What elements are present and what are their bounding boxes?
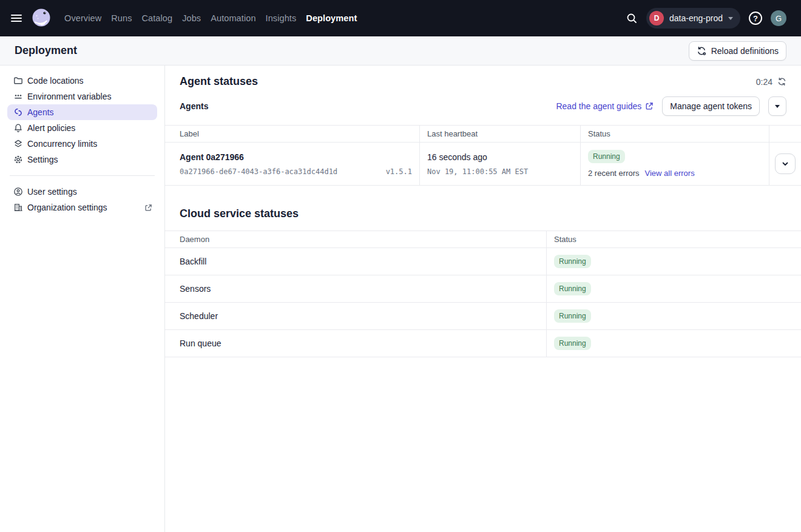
- page-title: Deployment: [15, 44, 77, 57]
- agent-expand-button[interactable]: [775, 153, 796, 174]
- daemon-name: Scheduler: [165, 303, 547, 330]
- agent-statuses-header: Agent statuses 0:24: [165, 66, 801, 88]
- read-agent-guides-link[interactable]: Read the agent guides: [556, 101, 654, 111]
- sidebar-item-settings[interactable]: Settings: [7, 152, 157, 167]
- agent-statuses-title: Agent statuses: [180, 75, 258, 88]
- sidebar-divider: [10, 175, 155, 176]
- agents-toolbar: Agents Read the agent guides Manage agen…: [165, 88, 801, 125]
- agent-expand-cell: [769, 143, 801, 186]
- column-header-status: Status: [581, 126, 769, 143]
- nav-item-overview[interactable]: Overview: [64, 13, 101, 23]
- sidebar-item-agents[interactable]: Agents: [7, 104, 157, 120]
- column-header-last-heartbeat: Last heartbeat: [420, 126, 581, 143]
- layers-icon: [13, 139, 23, 149]
- agent-name: Agent 0a271966: [180, 152, 412, 162]
- agent-status-cell: Running 2 recent errors View all errors: [581, 143, 769, 186]
- topnav-right-cluster: D data-eng-prod ? G: [626, 8, 786, 29]
- refresh-icon[interactable]: [777, 77, 786, 86]
- external-link-icon: [645, 102, 654, 110]
- agent-heartbeat-cell: 16 seconds ago Nov 19, 11:00:55 AM EST: [420, 143, 581, 186]
- sidebar-item-code-locations[interactable]: Code locations: [7, 73, 157, 89]
- status-badge: Running: [554, 309, 591, 323]
- daemon-status-cell: Running: [547, 248, 801, 275]
- status-badge: Running: [588, 150, 625, 163]
- agent-id: 0a271966-de67-4043-a3f6-aca31dc44d1d: [180, 167, 337, 176]
- dagster-logo-icon[interactable]: [30, 7, 52, 29]
- nav-item-deployment[interactable]: Deployment: [306, 13, 357, 23]
- variables-icon: [13, 92, 23, 101]
- daemon-name: Sensors: [165, 275, 547, 303]
- top-nav: Overview Runs Catalog Jobs Automation In…: [0, 0, 801, 36]
- chevron-down-icon: [728, 17, 733, 20]
- building-icon: [13, 203, 23, 212]
- manage-agent-tokens-button[interactable]: Manage agent tokens: [662, 96, 760, 116]
- nav-item-runs[interactable]: Runs: [111, 13, 132, 23]
- status-badge: Running: [554, 255, 591, 268]
- user-avatar[interactable]: G: [771, 10, 786, 26]
- column-header-label: Label: [165, 126, 420, 143]
- chevron-down-icon: [775, 105, 780, 108]
- external-link-icon: [144, 204, 152, 212]
- gear-icon: [13, 155, 23, 164]
- search-icon[interactable]: [626, 12, 638, 24]
- sidebar-item-environment-variables[interactable]: Environment variables: [7, 89, 157, 104]
- user-circle-icon: [13, 187, 23, 197]
- nav-item-insights[interactable]: Insights: [266, 13, 297, 23]
- cloud-service-statuses-title: Cloud service statuses: [180, 207, 786, 220]
- column-header-daemon: Daemon: [165, 231, 547, 248]
- deployment-switcher-label: data-eng-prod: [669, 13, 723, 23]
- chevron-down-icon: [780, 159, 790, 169]
- daemon-name: Backfill: [165, 248, 547, 275]
- countdown-value: 0:24: [756, 77, 772, 87]
- deployment-switcher[interactable]: D data-eng-prod: [646, 8, 740, 29]
- refresh-countdown: 0:24: [756, 77, 786, 87]
- column-header-status: Status: [547, 231, 801, 248]
- main-content: Agent statuses 0:24 Agents Read the agen…: [165, 66, 801, 532]
- page-header: Deployment Reload definitions: [0, 36, 801, 66]
- status-badge: Running: [554, 282, 591, 295]
- deployment-initial-badge: D: [649, 11, 664, 25]
- agents-section-label: Agents: [180, 101, 208, 111]
- primary-nav: Overview Runs Catalog Jobs Automation In…: [64, 13, 357, 23]
- nav-item-catalog[interactable]: Catalog: [141, 13, 172, 23]
- daemon-status-cell: Running: [547, 330, 801, 357]
- heartbeat-timestamp: Nov 19, 11:00:55 AM EST: [427, 167, 573, 176]
- help-icon[interactable]: ?: [749, 12, 762, 25]
- deployment-sidebar: Code locations Environment variables: [0, 66, 165, 532]
- daemon-status-cell: Running: [547, 275, 801, 303]
- column-header-actions: [769, 126, 801, 143]
- hamburger-menu-icon[interactable]: [10, 11, 24, 25]
- nav-item-automation[interactable]: Automation: [211, 13, 255, 23]
- cloud-services-table: Daemon Status Backfill Running Sensors R…: [165, 231, 801, 357]
- daemon-name: Run queue: [165, 330, 547, 357]
- sidebar-item-user-settings[interactable]: User settings: [7, 184, 157, 200]
- sidebar-item-alert-policies[interactable]: Alert policies: [7, 120, 157, 136]
- nav-item-jobs[interactable]: Jobs: [182, 13, 201, 23]
- agent-icon: [13, 107, 23, 117]
- reload-icon: [697, 46, 706, 56]
- bell-icon: [13, 123, 23, 133]
- sidebar-item-organization-settings[interactable]: Organization settings: [7, 200, 157, 215]
- agents-table: Label Last heartbeat Status Agent 0a2719…: [165, 125, 801, 186]
- daemon-status-cell: Running: [547, 303, 801, 330]
- folder-icon: [13, 76, 23, 86]
- agent-label-cell: Agent 0a271966 0a271966-de67-4043-a3f6-a…: [165, 143, 420, 186]
- view-all-errors-link[interactable]: View all errors: [645, 169, 695, 178]
- agent-actions-dropdown-button[interactable]: [768, 96, 786, 116]
- recent-errors-count: 2 recent errors: [588, 169, 640, 178]
- sidebar-item-concurrency-limits[interactable]: Concurrency limits: [7, 136, 157, 152]
- reload-definitions-button[interactable]: Reload definitions: [689, 41, 786, 61]
- status-badge: Running: [554, 337, 591, 350]
- agent-version: v1.5.1: [386, 167, 412, 176]
- heartbeat-relative: 16 seconds ago: [427, 152, 573, 162]
